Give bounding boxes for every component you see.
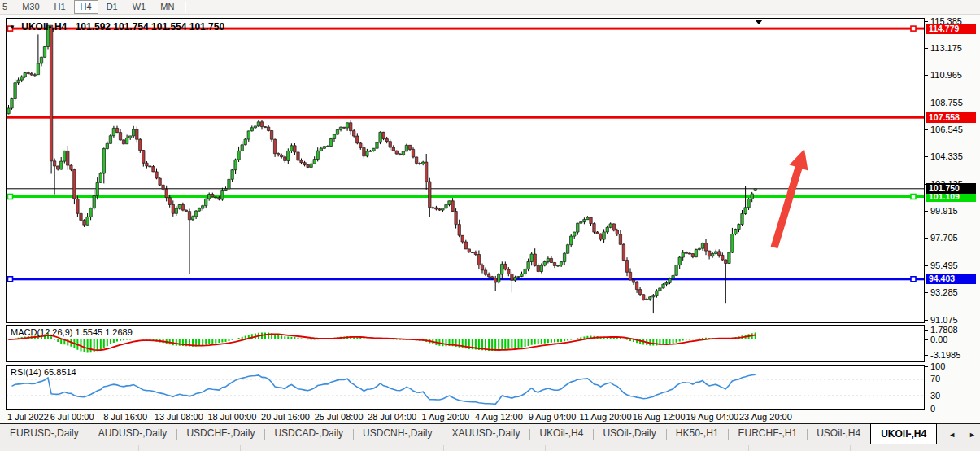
chart-tab-ukoil-h4[interactable]: UKOil-,H4 [529, 424, 593, 444]
line-handle[interactable] [911, 195, 916, 199]
chart-symbol: UKOil-,H4 [21, 21, 67, 33]
time-axis-label: 25 Jul 08:00 [315, 412, 364, 422]
time-axis-label: 11 Aug 20:00 [580, 412, 632, 422]
chart-tab-hk50-h1[interactable]: HK50-,H1 [666, 424, 729, 444]
chart-tab-bar: EURUSD-,DailyAUDUSD-,DailyUSDCHF-,DailyU… [0, 423, 980, 444]
timeframe-toolbar: 5M30H1H4D1W1MN [0, 0, 980, 15]
time-axis-label: 19 Aug 04:00 [686, 412, 738, 422]
toolbar-separator [185, 2, 186, 13]
status-divider [240, 445, 241, 451]
rsi-pane[interactable] [6, 365, 925, 410]
current-price-label: 101.750 [926, 183, 976, 194]
chart-shift-marker-icon[interactable] [755, 20, 763, 24]
timeframe-button-w1[interactable]: W1 [126, 0, 153, 14]
chart-tab-usoil-h4[interactable]: USOil-,H4 [807, 424, 870, 444]
symbol-dropdown-icon: ▼ [9, 24, 15, 31]
line-handle[interactable] [911, 277, 916, 282]
time-axis-label: 6 Jul 00:00 [50, 412, 94, 422]
chart-zone: ▼ UKOil-,H4 101.592 101.754 101.554 101.… [0, 15, 980, 423]
hline-price-label: 114.779 [926, 24, 976, 34]
macd-chart[interactable] [7, 326, 924, 361]
chart-tab-usdchf-daily[interactable]: USDCHF-,Daily [176, 424, 264, 444]
status-divider [850, 445, 851, 451]
time-axis-label: 13 Jul 08:00 [155, 412, 203, 422]
chart-tab-eurusd-daily[interactable]: EURUSD-,Daily [0, 424, 89, 444]
status-divider [138, 445, 139, 451]
line-handle[interactable] [8, 195, 13, 199]
horizontal-line-107.558[interactable] [7, 116, 924, 119]
status-divider [342, 445, 342, 451]
time-axis-label: 1 Jul 2022 [7, 412, 49, 422]
timeframe-button-5[interactable]: 5 [0, 0, 14, 14]
time-axis-label: 1 Aug 20:00 [421, 412, 469, 422]
mt4-window: 5M30H1H4D1W1MN ▼ UKOil-,H4 101.592 101.7… [0, 0, 980, 451]
timeframe-button-h4[interactable]: H4 [74, 0, 98, 14]
chart-tab-audusd-daily[interactable]: AUDUSD-,Daily [89, 424, 177, 444]
candles-group [7, 25, 757, 313]
time-axis-label: 9 Aug 04:00 [529, 412, 577, 422]
status-divider [748, 445, 749, 451]
rsi-line [12, 374, 756, 404]
rsi-chart[interactable] [7, 366, 924, 409]
timeframe-button-m30[interactable]: M30 [15, 0, 46, 14]
timeframe-button-mn[interactable]: MN [154, 0, 181, 14]
status-divider [647, 445, 647, 451]
hline-price-label: 94.403 [926, 274, 976, 284]
line-handle[interactable] [8, 277, 13, 282]
candlestick-chart[interactable] [7, 19, 924, 322]
time-axis-label: 8 Jul 16:00 [103, 412, 147, 422]
status-divider [545, 445, 546, 451]
chart-tab-eurchf-h1[interactable]: EURCHF-,H1 [728, 424, 807, 444]
rsi-label: RSI(14) 65.8514 [11, 367, 76, 377]
hline-price-label: 107.558 [926, 112, 976, 123]
time-axis-label: 4 Aug 12:00 [475, 412, 523, 422]
status-bar [0, 444, 980, 451]
macd-label: MACD(12,26,9) 1.5545 1.2689 [11, 327, 133, 337]
horizontal-line-94.403[interactable] [7, 278, 924, 280]
chart-ohlc: 101.592 101.754 101.554 101.750 [76, 21, 225, 33]
time-axis-label: 16 Aug 12:00 [633, 412, 686, 422]
chart-tab-xauusd-daily[interactable]: XAUUSD-,Daily [442, 424, 529, 444]
tab-scroll-right-icon[interactable]: ► [969, 431, 976, 439]
time-axis-label: 28 Jul 04:00 [368, 412, 416, 422]
tab-scroll-controls: ◄ ► [937, 424, 980, 444]
chart-title: ▼ UKOil-,H4 101.592 101.754 101.554 101.… [9, 21, 224, 33]
timeframe-button-d1[interactable]: D1 [100, 0, 124, 14]
macd-pane[interactable] [6, 325, 925, 362]
status-divider [443, 445, 444, 451]
time-axis-label: 18 Jul 00:00 [207, 412, 256, 422]
chart-tab-usoil-daily[interactable]: USOil-,Daily [593, 424, 665, 444]
time-axis-label: 20 Jul 16:00 [261, 412, 310, 422]
price-axis[interactable]: 115.385113.175110.965108.755106.545104.3… [925, 18, 980, 423]
time-axis-label: 23 Aug 20:00 [739, 412, 792, 422]
chart-tab-usdcad-daily[interactable]: USDCAD-,Daily [264, 424, 353, 444]
chart-tab-ukoil-h4[interactable]: UKOil-,H4 [870, 423, 937, 444]
line-handle[interactable] [911, 26, 916, 31]
price-pane[interactable] [6, 18, 925, 323]
tab-scroll-left-icon[interactable]: ◄ [948, 431, 956, 439]
chart-tab-usdcnh-daily[interactable]: USDCNH-,Daily [353, 424, 442, 444]
trend-arrow-annotation[interactable] [771, 149, 808, 248]
time-axis[interactable]: 1 Jul 20226 Jul 00:008 Jul 16:0013 Jul 0… [6, 410, 925, 423]
timeframe-button-h1[interactable]: H1 [48, 0, 72, 14]
